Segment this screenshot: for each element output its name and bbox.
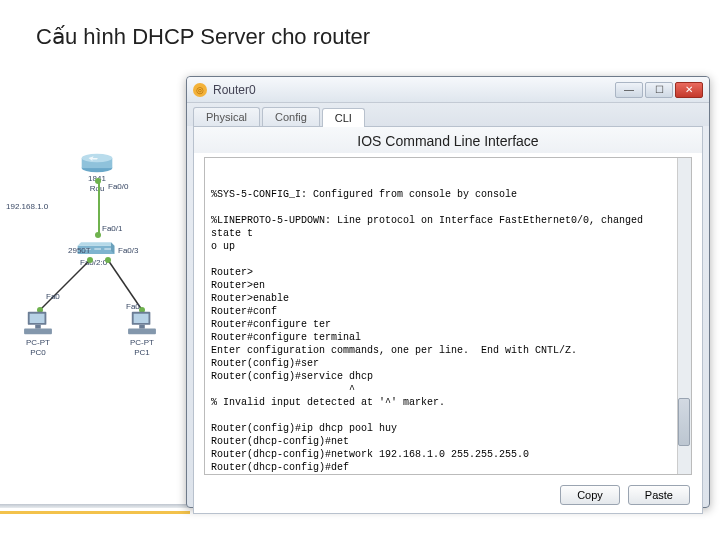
close-button[interactable]: ✕ (675, 82, 703, 98)
svg-rect-19 (139, 325, 145, 329)
svg-rect-18 (128, 329, 156, 335)
minimize-button[interactable]: — (615, 82, 643, 98)
pc0-type: PC-PT (24, 338, 52, 348)
switch-up-if: Fa0/1 (102, 224, 122, 234)
cli-terminal[interactable]: %SYS-5-CONFIG_I: Configured from console… (204, 157, 692, 475)
svg-rect-14 (24, 329, 52, 335)
svg-point-8 (87, 257, 93, 263)
tab-physical[interactable]: Physical (193, 107, 260, 126)
pc-icon (24, 310, 52, 336)
tab-cli[interactable]: CLI (322, 108, 365, 127)
page-title: Cấu hình DHCP Server cho router (36, 24, 370, 50)
svg-point-9 (105, 257, 111, 263)
router-if: Fa0/0 (108, 182, 128, 192)
router-icon (80, 152, 114, 174)
cli-panel: IOS Command Line Interface %SYS-5-CONFIG… (193, 126, 703, 514)
tab-config[interactable]: Config (262, 107, 320, 126)
panel-header: IOS Command Line Interface (194, 127, 702, 153)
svg-line-6 (40, 260, 90, 310)
svg-rect-13 (30, 314, 45, 323)
window-title: Router0 (213, 83, 615, 97)
link-dot (95, 178, 101, 184)
app-icon: ◎ (193, 83, 207, 97)
slide-footer-bar (0, 504, 190, 508)
pc0-name: PC0 (24, 348, 52, 358)
tab-bar: Physical Config CLI (187, 103, 709, 126)
maximize-button[interactable]: ☐ (645, 82, 673, 98)
copy-button[interactable]: Copy (560, 485, 620, 505)
pc1-type: PC-PT (128, 338, 156, 348)
subnet-label: 192.168.1.0 (6, 202, 48, 212)
link-line (98, 180, 100, 236)
svg-rect-17 (134, 314, 149, 323)
link-dot (95, 232, 101, 238)
pc1-name: PC1 (128, 348, 156, 358)
network-topology: 1841 Rou Fa0/0 192.168.1.0 Fa0/1 2950T F… (6, 152, 181, 412)
scrollbar[interactable] (677, 158, 691, 474)
pc-icon (128, 310, 156, 336)
svg-point-2 (82, 154, 113, 163)
svg-rect-15 (35, 325, 41, 329)
titlebar[interactable]: ◎ Router0 — ☐ ✕ (187, 77, 709, 103)
router-window: ◎ Router0 — ☐ ✕ Physical Config CLI IOS … (186, 76, 710, 508)
scrollbar-thumb[interactable] (678, 398, 690, 446)
slide-footer-accent (0, 511, 190, 514)
paste-button[interactable]: Paste (628, 485, 690, 505)
pc0-if: Fa0 (46, 292, 60, 302)
